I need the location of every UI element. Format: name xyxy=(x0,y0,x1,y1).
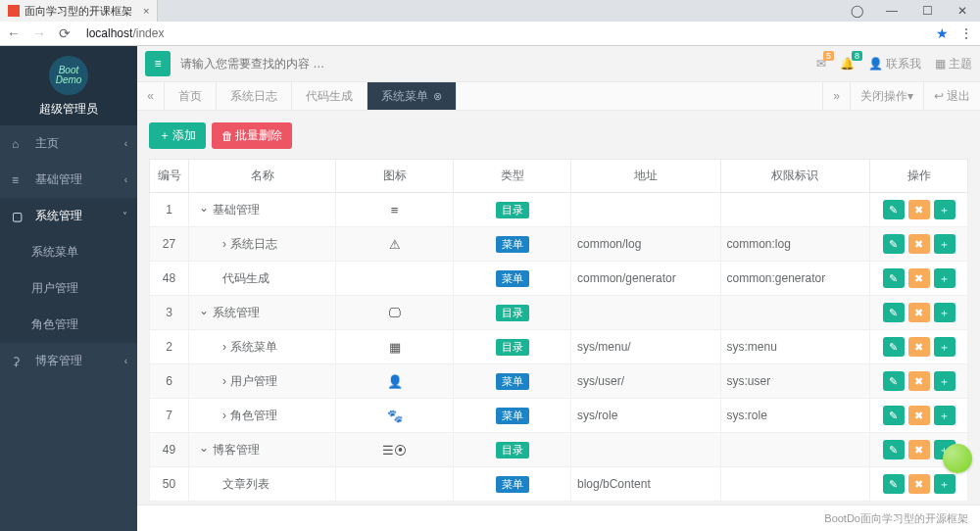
type-badge: 目录 xyxy=(496,202,529,218)
tabs-scroll-right[interactable]: » xyxy=(822,82,850,110)
edit-button[interactable]: ✎ xyxy=(883,406,905,425)
add-child-button[interactable]: ＋ xyxy=(934,337,956,357)
back-button[interactable]: ← xyxy=(6,25,22,41)
sidebar-item[interactable]: ≡基础管理‹ xyxy=(0,162,137,198)
cell-perm xyxy=(720,433,870,467)
sidebar-item[interactable]: ⌂主页‹ xyxy=(0,125,137,162)
cell-name[interactable]: 系统管理 xyxy=(189,296,336,330)
delete-button[interactable]: ✖ xyxy=(908,371,930,391)
delete-button[interactable]: ✖ xyxy=(908,303,930,322)
delete-button[interactable]: ✖ xyxy=(908,337,930,357)
cell-type: 目录 xyxy=(454,296,571,330)
maximize-button[interactable]: ☐ xyxy=(909,0,945,22)
delete-button[interactable]: ✖ xyxy=(908,200,930,219)
content-tab[interactable]: 代码生成 xyxy=(292,82,368,110)
type-badge: 目录 xyxy=(496,442,529,459)
cell-perm: sys:user xyxy=(720,364,870,399)
cell-perm xyxy=(720,296,870,330)
user-icon[interactable]: ◯ xyxy=(839,0,874,22)
browser-tab[interactable]: 面向学习型的开课框架 × xyxy=(0,0,158,22)
cell-name[interactable]: 博客管理 xyxy=(189,433,336,467)
content-tab[interactable]: 首页 xyxy=(165,82,217,110)
cell-perm xyxy=(720,193,870,227)
delete-button[interactable]: ✖ xyxy=(908,474,930,494)
cell-type: 菜单 xyxy=(454,399,571,433)
sidebar-item-label: 博客管理 xyxy=(35,353,82,369)
cell-ops: ✎✖＋ xyxy=(870,399,968,433)
topbar-right: ✉5 🔔8 👤 联系我 ▦ 主题 xyxy=(816,56,972,72)
floating-action-button[interactable] xyxy=(943,444,972,473)
edit-button[interactable]: ✎ xyxy=(883,303,905,322)
cell-ops: ✎✖＋ xyxy=(870,296,968,330)
bookmark-star-icon[interactable]: ★ xyxy=(936,25,949,41)
add-child-button[interactable]: ＋ xyxy=(934,474,956,494)
edit-button[interactable]: ✎ xyxy=(883,234,905,254)
reload-button[interactable]: ⟳ xyxy=(57,25,73,41)
add-button[interactable]: ＋添加 xyxy=(149,122,206,149)
tab-close-icon[interactable]: × xyxy=(143,5,149,17)
sidebar-subitem[interactable]: 角色管理 xyxy=(0,307,137,343)
sidebar-item[interactable]: ▢系统管理˅ xyxy=(0,198,137,234)
edit-button[interactable]: ✎ xyxy=(883,200,905,219)
table-row: 27系统日志⚠菜单common/logcommon:log✎✖＋ xyxy=(150,227,968,262)
add-child-button[interactable]: ＋ xyxy=(934,406,956,425)
url-field[interactable]: localhost/index xyxy=(82,26,920,40)
edit-button[interactable]: ✎ xyxy=(883,371,905,391)
hamburger-button[interactable]: ≡ xyxy=(145,51,171,76)
mail-icon[interactable]: ✉5 xyxy=(816,57,826,71)
delete-button[interactable]: ✖ xyxy=(908,234,930,254)
cell-name[interactable]: 用户管理 xyxy=(189,364,336,399)
cell-icon: ≡ xyxy=(336,193,454,227)
minimize-button[interactable]: — xyxy=(874,0,909,22)
add-child-button[interactable]: ＋ xyxy=(934,200,956,219)
cell-name[interactable]: 角色管理 xyxy=(189,399,336,433)
tabs-scroll-left[interactable]: « xyxy=(137,82,165,110)
delete-button[interactable]: ✖ xyxy=(908,406,930,425)
theme-link[interactable]: ▦ 主题 xyxy=(935,56,972,72)
browser-menu-icon[interactable]: ⋮ xyxy=(958,25,974,41)
cell-name[interactable]: 基础管理 xyxy=(189,193,336,227)
sidebar-subitem[interactable]: 系统菜单 xyxy=(0,234,137,270)
close-button[interactable]: ✕ xyxy=(945,0,980,22)
cell-icon xyxy=(336,467,454,502)
cell-name[interactable]: 系统日志 xyxy=(189,227,336,262)
forward-button[interactable]: → xyxy=(31,25,47,41)
add-child-button[interactable]: ＋ xyxy=(934,303,956,322)
delete-button[interactable]: ✖ xyxy=(908,440,930,459)
cell-icon: 🖵 xyxy=(336,296,454,330)
batch-delete-button[interactable]: 🗑批量删除 xyxy=(212,122,292,149)
row-name-label: 系统日志 xyxy=(199,237,277,251)
sidebar-subitem[interactable]: 用户管理 xyxy=(0,270,137,307)
add-child-button[interactable]: ＋ xyxy=(934,268,956,288)
add-child-button[interactable]: ＋ xyxy=(934,234,956,254)
cell-name[interactable]: 代码生成 xyxy=(189,262,336,296)
bell-icon[interactable]: 🔔8 xyxy=(840,57,855,71)
cell-name[interactable]: 系统菜单 xyxy=(189,330,336,364)
sidebar: Boot Demo 超级管理员 ⌂主页‹≡基础管理‹▢系统管理˅系统菜单用户管理… xyxy=(0,46,137,531)
contact-link[interactable]: 👤 联系我 xyxy=(868,56,921,72)
cell-id: 49 xyxy=(150,433,189,467)
table-row: 6用户管理👤菜单sys/user/sys:user✎✖＋ xyxy=(150,364,968,399)
edit-button[interactable]: ✎ xyxy=(883,337,905,357)
table-header: 权限标识 xyxy=(720,160,870,193)
sidebar-item[interactable]: ⚳博客管理‹ xyxy=(0,343,137,379)
cell-icon: ▦ xyxy=(336,330,454,364)
row-name-label: 用户管理 xyxy=(199,374,277,388)
tabs-close-ops[interactable]: 关闭操作 ▾ xyxy=(850,82,923,110)
cell-icon xyxy=(336,262,454,296)
edit-button[interactable]: ✎ xyxy=(883,474,905,494)
content-tab[interactable]: 系统菜单⊗ xyxy=(368,82,457,110)
logout-button[interactable]: ↩ 退出 xyxy=(923,82,980,110)
add-child-button[interactable]: ＋ xyxy=(934,371,956,391)
browser-address-bar: ← → ⟳ localhost/index ★ ⋮ xyxy=(0,22,980,45)
table-header: 图标 xyxy=(336,160,454,193)
search-input[interactable] xyxy=(180,57,807,71)
cell-name[interactable]: 文章列表 xyxy=(189,467,336,502)
cell-id: 2 xyxy=(150,330,189,364)
cell-ops: ✎✖＋ xyxy=(870,193,968,227)
tab-close-icon[interactable]: ⊗ xyxy=(433,90,442,103)
edit-button[interactable]: ✎ xyxy=(883,268,905,288)
edit-button[interactable]: ✎ xyxy=(883,440,905,459)
delete-button[interactable]: ✖ xyxy=(908,268,930,288)
content-tab[interactable]: 系统日志 xyxy=(217,82,292,110)
